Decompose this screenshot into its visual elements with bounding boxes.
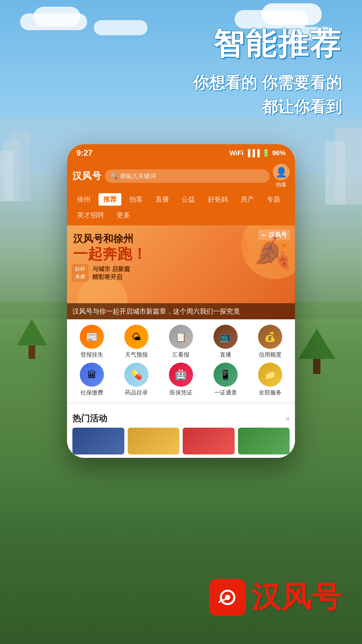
service-label-dengbao: 登报挂失 — [80, 351, 103, 359]
huikanbao-icon: 📋 — [175, 331, 187, 342]
title-sub-line1: 你想看的 你需要看的 — [193, 71, 342, 95]
live-icon: 📺 — [220, 331, 231, 342]
nav-tab-more[interactable]: 更多 — [112, 209, 135, 221]
credit-icon: 💰 — [264, 331, 276, 342]
banner-title-highlight: 一起奔跑！ — [73, 246, 147, 262]
nav-tab-recruit[interactable]: 英才招聘 — [72, 209, 109, 221]
service-dengbao[interactable]: 📰 登报挂失 — [71, 325, 113, 359]
service-weather[interactable]: 🌤 天气预报 — [116, 325, 158, 359]
nav-tab-recommend[interactable]: 推荐 — [99, 193, 121, 206]
service-allservices[interactable]: 📁 全部服务 — [249, 363, 291, 396]
service-icon-live: 📺 — [214, 325, 238, 349]
building-r2 — [325, 141, 345, 205]
service-icon-weather: 🌤 — [124, 325, 148, 349]
search-icon: 🔍 — [110, 172, 118, 180]
dengbao-icon: 📰 — [86, 331, 98, 342]
hot-card-2[interactable] — [128, 428, 180, 454]
search-placeholder-text: 请输入关键词 — [120, 172, 156, 180]
hot-title: 热门活动 — [72, 413, 107, 424]
service-label-weather: 天气预报 — [125, 351, 148, 359]
service-icon-credit: 💰 — [258, 325, 282, 349]
tree-2 — [298, 329, 335, 374]
banner-description: 汉风号与你一起开启城市新篇章，这个周六我们一探究竟 — [67, 303, 295, 319]
cloud-5 — [261, 3, 322, 25]
service-huikanbao[interactable]: 📋 汇看报 — [160, 325, 202, 359]
service-credit[interactable]: 💰 信用额度 — [249, 325, 291, 359]
avatar-area[interactable]: 👤 拍客 — [273, 164, 290, 189]
service-label-shebao: 社保缴费 — [80, 389, 103, 396]
service-medicine[interactable]: 💊 药品目录 — [116, 363, 158, 396]
app-header: 汉风号 🔍 请输入关键词 👤 拍客 — [67, 160, 295, 193]
phone-statusbar: 9:27 WiFi ▐▐▐ 🔋 96% — [67, 144, 295, 160]
title-main: 智能推荐 — [193, 27, 342, 61]
banner-leaf: 🍂 — [254, 235, 292, 271]
banner-sub2: 精彩将开启 — [92, 273, 130, 281]
service-label-credit: 信用额度 — [259, 351, 282, 359]
status-icons: WiFi ▐▐▐ 🔋 96% — [229, 149, 286, 157]
avatar-icon: 👤 — [276, 167, 287, 178]
title-sub-line2: 都让你看到 — [193, 95, 342, 119]
service-label-huikanbao: 汇看报 — [172, 351, 189, 359]
service-label-query: 一证通查 — [214, 389, 237, 396]
weather-icon: 🌤 — [132, 331, 141, 342]
search-bar[interactable]: 🔍 请输入关键词 — [105, 169, 269, 183]
service-label-allservices: 全部服务 — [259, 389, 282, 396]
building-l3 — [0, 151, 13, 201]
divider — [67, 402, 295, 405]
brand-name: 汉风号 — [251, 577, 342, 617]
services-section: 📰 登报挂失 🌤 天气预报 📋 汇看报 — [67, 319, 295, 402]
avatar-btn[interactable]: 👤 — [273, 164, 290, 180]
nav-tab-realty[interactable]: 房产 — [236, 193, 259, 206]
services-row1: 📰 登报挂失 🌤 天气预报 📋 汇看报 — [71, 325, 291, 359]
medicine-icon: 💊 — [131, 369, 142, 380]
yibao-icon: 🏥 — [175, 369, 187, 380]
service-label-yibao: 医保凭证 — [170, 389, 192, 396]
service-shebao[interactable]: 🏛 社保缴费 — [71, 363, 113, 396]
nav-tab-paike[interactable]: 拍客 — [125, 193, 147, 206]
service-live[interactable]: 📺 直播 — [204, 325, 246, 359]
title-sub: 你想看的 你需要看的 都让你看到 — [193, 71, 342, 119]
service-query[interactable]: 📱 一证通查 — [204, 363, 246, 396]
service-icon-yibao: 🏥 — [169, 363, 193, 387]
banner-circle-3 — [215, 232, 248, 266]
service-icon-query: 📱 — [214, 363, 238, 387]
hot-card-1[interactable] — [72, 428, 124, 454]
nav-tab-live[interactable]: 直播 — [151, 193, 174, 206]
service-icon-huikanbao: 📋 — [169, 325, 193, 349]
phone-mockup: 9:27 WiFi ▐▐▐ 🔋 96% 汉风号 🔍 请输入关键词 👤 拍客 — [67, 144, 295, 458]
signal-icon: ▐▐▐ — [245, 149, 260, 157]
banner-text: 汉风号和徐州 一起奔跑！ — [73, 232, 147, 262]
service-icon-medicine: 💊 — [124, 363, 148, 387]
battery-icon: 🔋 — [262, 149, 270, 157]
cloud-3 — [94, 20, 147, 35]
banner: ⬅ 汉风号 🍂 汉风号和徐州 一起奔跑！ 好样 来袭 与城市 启新篇 精彩将开启… — [67, 225, 295, 319]
status-time: 9:27 — [76, 148, 93, 158]
hot-card-4[interactable] — [238, 428, 290, 454]
nav-tab-topic[interactable]: 专题 — [262, 193, 285, 206]
allservices-icon: 📁 — [264, 369, 276, 380]
service-icon-shebao: 🏛 — [80, 363, 104, 387]
hero-title-area: 智能推荐 你想看的 你需要看的 都让你看到 — [193, 27, 342, 119]
service-label-medicine: 药品目录 — [125, 389, 148, 396]
logo-icon-box — [209, 579, 246, 616]
nav-tab-xuzhou[interactable]: 徐州 — [72, 193, 95, 206]
hot-header: 热门活动 » — [72, 413, 290, 424]
banner-badge: 好样 来袭 — [72, 264, 88, 282]
nav-tabs: 徐州 推荐 拍客 直播 公益 好爸妈 房产 专题 英才招聘 更多 — [67, 193, 295, 225]
hot-card-3[interactable] — [183, 428, 235, 454]
banner-title-line1: 汉风号和徐州 — [73, 232, 147, 246]
query-icon: 📱 — [220, 369, 231, 380]
battery-percent: 96% — [272, 149, 286, 157]
hot-more[interactable]: » — [286, 414, 290, 423]
nav-tab-parent[interactable]: 好爸妈 — [203, 193, 233, 206]
services-row2: 🏛 社保缴费 💊 药品目录 🏥 医保凭证 — [71, 363, 291, 396]
camera-label: 拍客 — [276, 181, 287, 189]
banner-badge-line1: 好样 — [75, 265, 85, 273]
nav-tab-public[interactable]: 公益 — [177, 193, 200, 206]
cloud-2 — [34, 7, 80, 27]
banner-badge-line2: 来袭 — [75, 273, 85, 281]
service-yibao[interactable]: 🏥 医保凭证 — [160, 363, 202, 396]
logo-svg — [214, 584, 241, 611]
banner-subtext: 与城市 启新篇 精彩将开启 — [92, 265, 130, 281]
service-icon-dengbao: 📰 — [80, 325, 104, 349]
